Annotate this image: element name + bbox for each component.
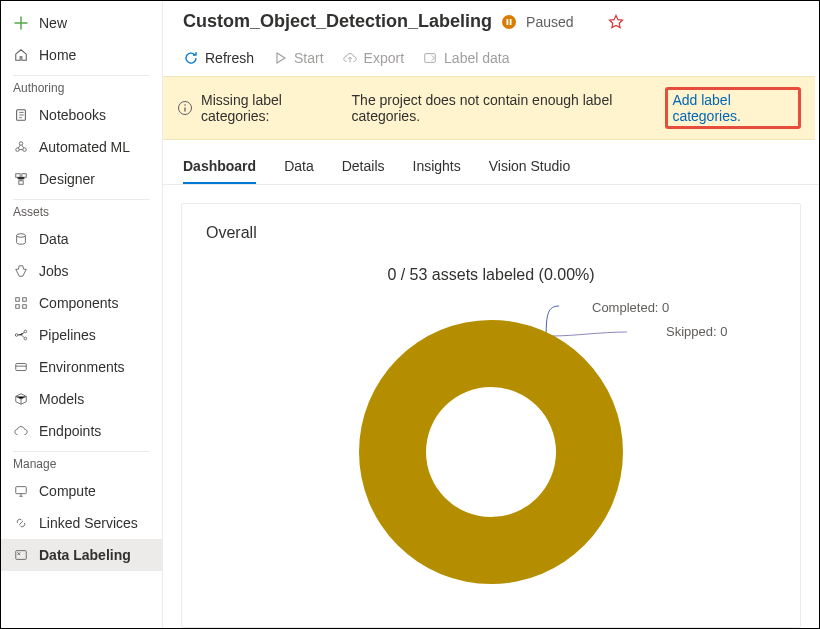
svg-rect-8	[16, 298, 20, 302]
status-text: Paused	[526, 14, 573, 30]
header: Custom_Object_Detection_Labeling Paused	[163, 1, 819, 38]
sidebar-item-label: Pipelines	[39, 327, 96, 343]
svg-rect-5	[22, 174, 26, 178]
tab-data[interactable]: Data	[284, 148, 314, 184]
svg-point-2	[16, 148, 20, 152]
sidebar-item-label: Data Labeling	[39, 547, 131, 563]
legend-skipped: Skipped: 0	[666, 324, 727, 339]
refresh-button[interactable]: Refresh	[183, 50, 254, 66]
page-title: Custom_Object_Detection_Labeling	[183, 11, 492, 32]
sidebar-item-components[interactable]: Components	[1, 287, 162, 319]
models-icon	[13, 391, 29, 407]
donut-chart: Completed: 0 Skipped: 0	[206, 294, 776, 614]
sidebar-item-models[interactable]: Models	[1, 383, 162, 415]
designer-icon	[13, 171, 29, 187]
endpoints-icon	[13, 423, 29, 439]
donut-ring	[359, 320, 623, 584]
sidebar-item-label: Models	[39, 391, 84, 407]
notebook-icon	[13, 107, 29, 123]
tabs: Dashboard Data Details Insights Vision S…	[163, 148, 819, 185]
label-data-label: Label data	[444, 50, 509, 66]
tab-insights[interactable]: Insights	[413, 148, 461, 184]
sidebar-item-jobs[interactable]: Jobs	[1, 255, 162, 287]
refresh-icon	[183, 50, 199, 66]
link-icon	[13, 515, 29, 531]
tab-details[interactable]: Details	[342, 148, 385, 184]
sidebar-item-endpoints[interactable]: Endpoints	[1, 415, 162, 447]
svg-rect-15	[16, 364, 27, 371]
export-icon	[342, 50, 358, 66]
overall-card: Overall 0 / 53 assets labeled (0.00%) Co…	[181, 203, 801, 628]
sidebar-item-notebooks[interactable]: Notebooks	[1, 99, 162, 131]
components-icon	[13, 295, 29, 311]
new-button[interactable]: New	[1, 7, 162, 39]
sidebar-item-label: Endpoints	[39, 423, 101, 439]
home-icon	[13, 47, 29, 63]
sidebar-item-label: Jobs	[39, 263, 69, 279]
section-manage: Manage	[1, 447, 162, 475]
sidebar-item-label: Environments	[39, 359, 125, 375]
svg-rect-6	[19, 181, 23, 185]
sidebar-item-data[interactable]: Data	[1, 223, 162, 255]
svg-point-12	[15, 334, 18, 337]
chart-summary: 0 / 53 assets labeled (0.00%)	[206, 266, 776, 284]
sidebar-item-labeling[interactable]: Data Labeling	[1, 539, 162, 571]
start-button[interactable]: Start	[272, 50, 324, 66]
sidebar: New Home Authoring Notebooks Automated M…	[1, 1, 163, 628]
svg-rect-11	[23, 305, 27, 309]
svg-rect-19	[510, 19, 512, 25]
new-label: New	[39, 15, 67, 31]
export-label: Export	[364, 50, 404, 66]
automl-icon	[13, 139, 29, 155]
sidebar-item-environments[interactable]: Environments	[1, 351, 162, 383]
jobs-icon	[13, 263, 29, 279]
add-label-categories-link[interactable]: Add label categories.	[672, 92, 740, 124]
svg-point-7	[17, 234, 26, 238]
data-icon	[13, 231, 29, 247]
label-data-button[interactable]: Label data	[422, 50, 509, 66]
alert-banner: Missing label categories: The project do…	[163, 76, 815, 140]
svg-point-22	[184, 104, 186, 106]
tab-vision-studio[interactable]: Vision Studio	[489, 148, 570, 184]
overall-heading: Overall	[206, 224, 776, 242]
play-icon	[272, 50, 288, 66]
favorite-button[interactable]	[608, 14, 624, 30]
alert-title: Missing label categories:	[201, 92, 344, 124]
sidebar-item-designer[interactable]: Designer	[1, 163, 162, 195]
export-button[interactable]: Export	[342, 50, 404, 66]
svg-point-13	[24, 330, 27, 333]
svg-rect-18	[507, 19, 509, 25]
sidebar-item-linked[interactable]: Linked Services	[1, 507, 162, 539]
info-icon	[177, 100, 193, 116]
refresh-label: Refresh	[205, 50, 254, 66]
svg-rect-20	[425, 54, 436, 63]
svg-rect-9	[23, 298, 27, 302]
sidebar-item-label: Compute	[39, 483, 96, 499]
sidebar-item-label: Components	[39, 295, 118, 311]
content: Overall 0 / 53 assets labeled (0.00%) Co…	[163, 185, 819, 628]
start-label: Start	[294, 50, 324, 66]
labeling-icon	[13, 547, 29, 563]
sidebar-item-label: Notebooks	[39, 107, 106, 123]
sidebar-item-compute[interactable]: Compute	[1, 475, 162, 507]
pipelines-icon	[13, 327, 29, 343]
section-authoring: Authoring	[1, 71, 162, 99]
sidebar-item-label: Automated ML	[39, 139, 130, 155]
sidebar-item-pipelines[interactable]: Pipelines	[1, 319, 162, 351]
svg-point-3	[23, 148, 27, 152]
compute-icon	[13, 483, 29, 499]
main: Custom_Object_Detection_Labeling Paused …	[163, 1, 819, 628]
environments-icon	[13, 359, 29, 375]
legend-completed: Completed: 0	[592, 300, 669, 315]
svg-rect-17	[16, 551, 27, 560]
sidebar-item-automl[interactable]: Automated ML	[1, 131, 162, 163]
tab-dashboard[interactable]: Dashboard	[183, 148, 256, 184]
plus-icon	[13, 15, 29, 31]
sidebar-item-home[interactable]: Home	[1, 39, 162, 71]
sidebar-item-label: Designer	[39, 171, 95, 187]
svg-rect-4	[16, 174, 20, 178]
svg-point-1	[19, 142, 23, 146]
svg-point-14	[24, 337, 27, 340]
label-icon	[422, 50, 438, 66]
toolbar: Refresh Start Export Label data	[163, 38, 819, 76]
